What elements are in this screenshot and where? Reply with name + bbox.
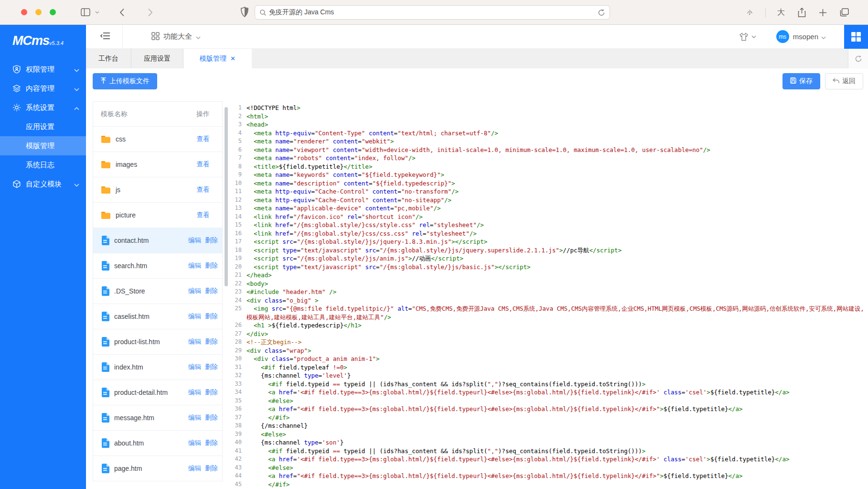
edit-link[interactable]: 编辑 (188, 337, 201, 346)
sidebar-subitem-系统日志[interactable]: 系统日志 (0, 155, 86, 174)
view-link[interactable]: 查看 (197, 135, 210, 143)
table-row-message.htm[interactable]: message.htm编辑删除 (93, 405, 222, 431)
delete-link[interactable]: 删除 (205, 312, 218, 321)
code-line-32[interactable]: 32 {ms:channel type='level'} (230, 371, 868, 380)
table-row-images[interactable]: images查看 (93, 152, 222, 177)
privacy-shield-icon[interactable] (241, 7, 248, 17)
view-link[interactable]: 查看 (197, 211, 210, 219)
tab-工作台[interactable]: 工作台 (86, 49, 131, 68)
code-line-31[interactable]: 31 <#if field.typeleaf !=0> (230, 363, 868, 372)
code-line-17[interactable]: 17 <script src="/{ms:global.style/}js/jq… (230, 238, 868, 246)
code-line-35[interactable]: 35 <#else> (230, 397, 868, 405)
code-line-3[interactable]: 3<head> (230, 120, 868, 129)
table-row-about.htm[interactable]: about.htm编辑删除 (93, 431, 222, 456)
code-line-6[interactable]: 6 <meta name="viewport" content="width=d… (230, 146, 868, 154)
code-line-29[interactable]: 29<div class="wrap"> (230, 347, 868, 355)
sidebar-subitem-应用设置[interactable]: 应用设置 (0, 117, 86, 136)
sidebar-item-权限管理[interactable]: 权限管理 (0, 60, 86, 79)
edit-link[interactable]: 编辑 (188, 413, 201, 422)
table-row-css[interactable]: css查看 (93, 127, 222, 152)
code-line-21[interactable]: 21</head> (230, 271, 868, 280)
collapse-sidebar-icon[interactable] (100, 32, 122, 42)
back-icon[interactable] (119, 8, 125, 17)
code-line-36[interactable]: 36 <a href="<#if field.type==3>{ms:globa… (230, 405, 868, 413)
code-line-44[interactable]: 44 <a href="<#if field.type==3>{ms:globa… (230, 472, 868, 480)
delete-link[interactable]: 删除 (205, 236, 218, 245)
chevron-down-icon[interactable] (95, 11, 99, 14)
close-tab-icon[interactable]: ✕ (230, 55, 236, 62)
edit-link[interactable]: 编辑 (188, 388, 201, 397)
code-line-5[interactable]: 5 <meta name="renderer" content="webkit"… (230, 137, 868, 146)
code-line-2[interactable]: 2<html> (230, 112, 868, 121)
code-line-10[interactable]: 10 <meta name="description" content="${f… (230, 179, 868, 188)
edit-link[interactable]: 编辑 (188, 439, 201, 447)
delete-link[interactable]: 删除 (205, 413, 218, 422)
reload-icon[interactable] (598, 9, 605, 16)
code-line-45[interactable]: 45 </#if> (230, 480, 868, 489)
code-line-7[interactable]: 7 <meta name="robots" content="index, fo… (230, 154, 868, 163)
template-code-editor[interactable]: 1<!DOCTYPE html>2<html>3<head>4 <meta ht… (230, 101, 868, 489)
code-line-16[interactable]: 16 <link href="/{ms:global.style/}css/cs… (230, 229, 868, 238)
view-link[interactable]: 查看 (197, 185, 210, 194)
table-row-js[interactable]: js查看 (93, 177, 222, 203)
feature-menu-button[interactable]: 功能大全 (151, 32, 201, 42)
code-line-12[interactable]: 12 <meta http-equiv="Cache-Control" cont… (230, 196, 868, 205)
table-row-page.htm[interactable]: page.htm编辑删除 (93, 456, 222, 481)
code-line-13[interactable]: 13 <meta name="applicable-device" conten… (230, 204, 868, 213)
delete-link[interactable]: 删除 (205, 363, 218, 371)
text-larger-button[interactable]: 大 (765, 8, 785, 18)
edit-link[interactable]: 编辑 (188, 261, 201, 270)
code-line-18[interactable]: 18 <script type="text/javascript" src="/… (230, 246, 868, 255)
sidebar-item-内容管理[interactable]: 内容管理 (0, 79, 86, 98)
minimize-window-button[interactable] (35, 9, 42, 15)
upload-template-button[interactable]: 上传模板文件 (93, 73, 157, 89)
avatar[interactable]: ms (776, 30, 789, 43)
table-row-index.htm[interactable]: index.htm编辑删除 (93, 355, 222, 380)
tab-overview-icon[interactable] (840, 8, 849, 17)
code-line-11[interactable]: 11 <meta http-equiv="Cache-Control" cont… (230, 187, 868, 196)
back-button[interactable]: 返回 (825, 73, 863, 89)
theme-menu-button[interactable] (739, 33, 756, 41)
table-row-caselist.htm[interactable]: caselist.htm编辑删除 (93, 304, 222, 329)
code-line-1[interactable]: 1<!DOCTYPE html> (230, 104, 868, 112)
code-line-19[interactable]: 19 <script src="/{ms:global.style/}js/an… (230, 254, 868, 263)
share-icon[interactable] (798, 8, 806, 17)
browser-sidebar-icon[interactable] (81, 8, 90, 16)
table-row-product-detail.htm[interactable]: product-detail.htm编辑删除 (93, 380, 222, 405)
code-line-30[interactable]: 30 <div class="product_a anim anim-1"> (230, 355, 868, 363)
code-line-22[interactable]: 22<body> (230, 280, 868, 288)
text-smaller-button[interactable]: 小 (747, 9, 752, 16)
code-line-34[interactable]: 34 <a href='<#if field.type==3>{ms:globa… (230, 388, 868, 397)
address-bar[interactable]: 免疫开源的 Java Cms (255, 5, 610, 20)
table-row-search.htm[interactable]: search.htm编辑删除 (93, 253, 222, 279)
table-row-product-list.htm[interactable]: product-list.htm编辑删除 (93, 329, 222, 355)
code-line-27[interactable]: 27</div> (230, 330, 868, 338)
close-window-button[interactable] (21, 9, 27, 15)
view-link[interactable]: 查看 (197, 160, 210, 169)
edit-link[interactable]: 编辑 (188, 464, 201, 473)
code-line-26[interactable]: 26 <h1 >${field.typedescrip}</h1> (230, 321, 868, 330)
sidebar-item-自定义模块[interactable]: 自定义模块 (0, 174, 86, 194)
chevron-down-icon[interactable] (821, 33, 826, 41)
code-line-25[interactable]: 25 <img src="{@ms:file field.typelitpic/… (230, 304, 868, 321)
code-line-20[interactable]: 20 <script type="text/javascript" src="/… (230, 263, 868, 272)
table-row-.DS_Store[interactable]: .DS_Store编辑删除 (93, 279, 222, 304)
edit-link[interactable]: 编辑 (188, 236, 201, 245)
code-line-9[interactable]: 9 <meta name="keywords" content="${field… (230, 171, 868, 179)
delete-link[interactable]: 删除 (205, 287, 218, 295)
code-line-41[interactable]: 41 <#if field.typeid == typeid || (ids?h… (230, 447, 868, 456)
sidebar-item-系统设置[interactable]: 系统设置 (0, 98, 86, 117)
delete-link[interactable]: 删除 (205, 464, 218, 473)
code-line-39[interactable]: 39 <#else> (230, 430, 868, 439)
forward-icon[interactable] (148, 8, 153, 17)
code-line-33[interactable]: 33 <#if field.typeid == typeid || (ids?h… (230, 380, 868, 389)
code-line-40[interactable]: 40 {ms:channel type='son'} (230, 438, 868, 447)
apps-grid-button[interactable] (844, 25, 868, 49)
code-line-28[interactable]: 28<!--正文begin--> (230, 338, 868, 347)
edit-link[interactable]: 编辑 (188, 287, 201, 295)
delete-link[interactable]: 删除 (205, 261, 218, 270)
fullscreen-window-button[interactable] (50, 9, 56, 15)
delete-link[interactable]: 删除 (205, 337, 218, 346)
file-table-scrollbar[interactable] (223, 101, 230, 489)
code-line-37[interactable]: 37 </#if> (230, 413, 868, 422)
